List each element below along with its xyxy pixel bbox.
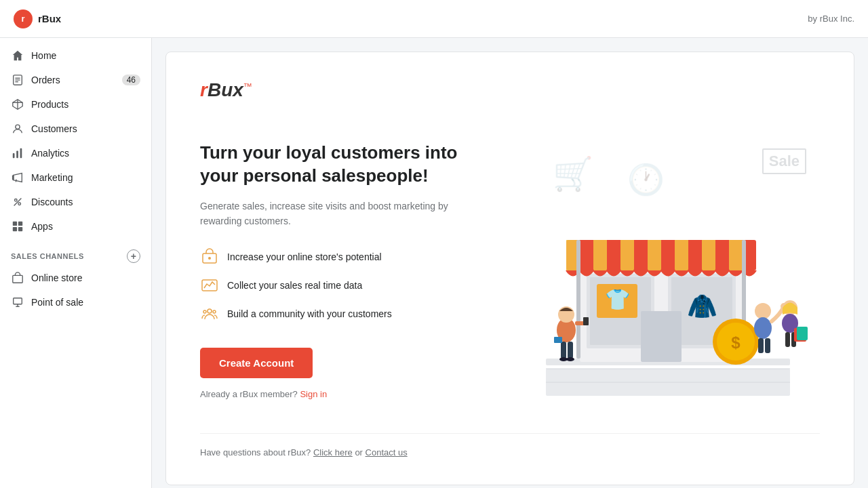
feature-icon-3 bbox=[200, 304, 219, 323]
store-illustration: 🛒 🕐 Sale bbox=[512, 142, 820, 399]
sidebar-item-apps[interactable]: Apps bbox=[0, 214, 151, 239]
svg-point-28 bbox=[213, 310, 216, 313]
svg-rect-67 bbox=[765, 338, 770, 353]
svg-rect-46 bbox=[729, 240, 743, 270]
sidebar-item-customers[interactable]: Customers bbox=[0, 117, 151, 141]
svg-rect-11 bbox=[12, 175, 14, 180]
svg-rect-8 bbox=[13, 153, 15, 158]
svg-rect-71 bbox=[785, 332, 790, 347]
discounts-icon bbox=[11, 195, 24, 209]
sidebar-item-orders[interactable]: Orders 46 bbox=[0, 68, 151, 92]
subtext: Generate sales, increase site visits and… bbox=[200, 199, 485, 229]
add-sales-channel-button[interactable]: + bbox=[127, 249, 140, 263]
sidebar-label-home: Home bbox=[31, 50, 56, 61]
svg-rect-15 bbox=[13, 222, 17, 226]
svg-point-57 bbox=[566, 357, 574, 361]
svg-rect-60 bbox=[554, 337, 562, 343]
svg-point-26 bbox=[208, 309, 212, 313]
svg-rect-66 bbox=[758, 338, 764, 353]
analytics-icon bbox=[11, 146, 24, 160]
svg-text:🧥: 🧥 bbox=[687, 291, 717, 321]
orders-icon bbox=[11, 73, 24, 87]
signin-text: Already a rBux member? Sign in bbox=[200, 389, 485, 399]
sidebar-label-apps: Apps bbox=[31, 221, 53, 232]
sidebar-item-products[interactable]: Products bbox=[0, 92, 151, 117]
click-here-link[interactable]: Click here bbox=[313, 447, 353, 458]
svg-rect-58 bbox=[575, 321, 585, 325]
layout: Home Orders 46 Products Customers bbox=[0, 38, 868, 488]
svg-rect-44 bbox=[675, 240, 688, 270]
create-account-button[interactable]: Create Account bbox=[200, 348, 313, 378]
sidebar-item-online-store[interactable]: Online store bbox=[0, 266, 151, 290]
svg-rect-55 bbox=[568, 342, 573, 359]
sidebar: Home Orders 46 Products Customers bbox=[0, 38, 152, 488]
svg-rect-45 bbox=[702, 240, 715, 270]
sidebar-item-discounts[interactable]: Discounts bbox=[0, 190, 151, 214]
main-content: rBux™ Turn your loyal customers into you… bbox=[152, 38, 868, 488]
feature-text-2: Collect your sales real time data bbox=[227, 280, 362, 291]
topbar-logo: r bbox=[14, 9, 33, 28]
features-list: Increase your online store's potential C… bbox=[200, 247, 485, 323]
feature-icon-1 bbox=[200, 247, 219, 266]
feature-text-3: Build a community with your customers bbox=[227, 308, 392, 319]
svg-rect-54 bbox=[561, 342, 566, 359]
topbar: r rBux by rBux Inc. bbox=[0, 0, 868, 38]
topbar-brand-name: rBux bbox=[38, 13, 61, 24]
store-svg: 👕 🧥 bbox=[526, 169, 810, 399]
sign-in-link[interactable]: Sign in bbox=[300, 389, 327, 399]
topbar-brand: r rBux bbox=[14, 9, 61, 28]
footer-question: Have questions about rBux? bbox=[200, 447, 311, 458]
svg-rect-20 bbox=[14, 298, 22, 304]
sidebar-item-marketing[interactable]: Marketing bbox=[0, 165, 151, 190]
svg-text:$: $ bbox=[731, 333, 741, 352]
sidebar-label-online-store: Online store bbox=[31, 272, 82, 283]
feature-text-1: Increase your online store's potential bbox=[227, 251, 382, 262]
footer-area: Have questions about rBux? Click here or… bbox=[200, 433, 820, 458]
content-area: Turn your loyal customers into your pers… bbox=[200, 142, 820, 399]
products-icon bbox=[11, 98, 24, 111]
svg-point-13 bbox=[18, 203, 21, 205]
online-store-icon bbox=[11, 271, 24, 285]
left-content: Turn your loyal customers into your pers… bbox=[200, 142, 485, 399]
svg-rect-42 bbox=[620, 240, 634, 270]
sidebar-item-pos[interactable]: Point of sale bbox=[0, 290, 151, 314]
svg-rect-10 bbox=[20, 148, 22, 158]
svg-rect-43 bbox=[648, 240, 661, 270]
contact-us-link[interactable]: Contact us bbox=[366, 447, 408, 458]
svg-rect-38 bbox=[641, 311, 682, 362]
or-text: or bbox=[355, 447, 363, 458]
sidebar-item-analytics[interactable]: Analytics bbox=[0, 141, 151, 165]
marketing-icon bbox=[11, 171, 24, 184]
feature-item-1: Increase your online store's potential bbox=[200, 247, 485, 266]
sidebar-label-customers: Customers bbox=[31, 123, 77, 134]
orders-badge: 46 bbox=[122, 75, 140, 85]
svg-point-27 bbox=[203, 310, 206, 313]
svg-rect-17 bbox=[13, 227, 17, 231]
illustration: 🛒 🕐 Sale bbox=[512, 142, 820, 399]
sidebar-label-discounts: Discounts bbox=[31, 197, 73, 207]
svg-rect-47 bbox=[576, 240, 580, 359]
topbar-by-label: by rBux Inc. bbox=[808, 14, 854, 24]
sales-channels-label: SALES CHANNELS bbox=[11, 252, 84, 260]
sidebar-label-orders: Orders bbox=[31, 75, 60, 85]
svg-rect-18 bbox=[18, 227, 22, 231]
svg-point-65 bbox=[754, 317, 772, 339]
sidebar-item-home[interactable]: Home bbox=[0, 43, 151, 68]
svg-point-64 bbox=[755, 303, 771, 319]
feature-icon-2 bbox=[200, 276, 219, 295]
sidebar-label-marketing: Marketing bbox=[31, 172, 73, 183]
headline: Turn your loyal customers into your pers… bbox=[200, 142, 485, 188]
pos-icon bbox=[11, 296, 24, 309]
sales-channels-section: SALES CHANNELS + bbox=[0, 239, 151, 266]
svg-text:👕: 👕 bbox=[605, 287, 631, 312]
customers-icon bbox=[11, 122, 24, 136]
sidebar-label-products: Products bbox=[31, 99, 68, 110]
svg-rect-16 bbox=[18, 222, 22, 226]
svg-rect-19 bbox=[13, 275, 22, 283]
sidebar-label-pos: Point of sale bbox=[31, 297, 83, 308]
svg-rect-59 bbox=[583, 317, 589, 325]
home-icon bbox=[11, 49, 24, 62]
feature-item-2: Collect your sales real time data bbox=[200, 276, 485, 295]
svg-rect-75 bbox=[797, 327, 808, 340]
app-card: rBux™ Turn your loyal customers into you… bbox=[165, 52, 854, 485]
